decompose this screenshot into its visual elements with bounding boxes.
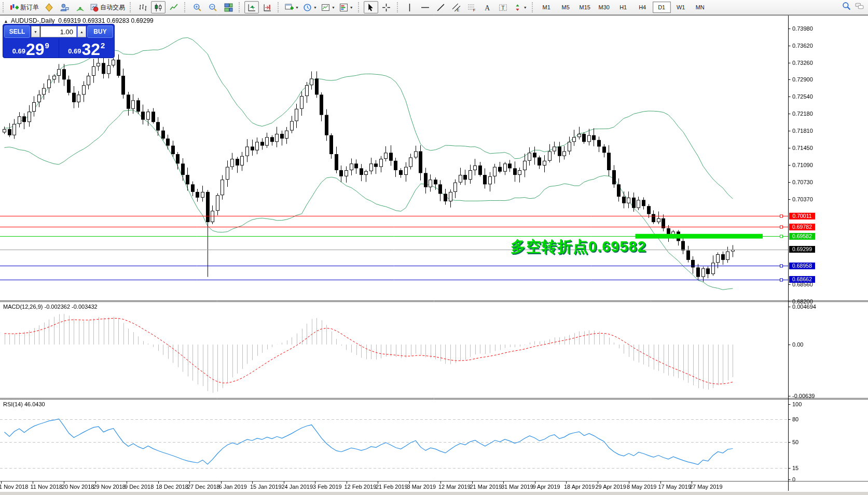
- zoom-out-button[interactable]: [205, 1, 220, 13]
- buy-price-sup: 2: [101, 41, 105, 50]
- search-icon[interactable]: [842, 2, 851, 10]
- symbol-ohlc: 0.69319 0.69331 0.69283 0.69299: [58, 17, 154, 24]
- price-tick-label: 0.71810: [792, 128, 813, 134]
- zoom-in-button[interactable]: [190, 1, 204, 13]
- date-tick-label: 9 Dec 2018: [125, 484, 154, 490]
- new-chart-button[interactable]: ▼: [283, 1, 300, 13]
- text-tool-button[interactable]: A: [480, 1, 495, 13]
- timeframe-button-w1[interactable]: W1: [672, 2, 690, 13]
- indicators-button[interactable]: ▼: [338, 1, 355, 13]
- crosshair-icon: [382, 3, 391, 12]
- date-tick-label: 21 Feb 2019: [376, 484, 408, 490]
- price-tick-label: 0.71450: [792, 145, 813, 151]
- hline-price-label: 0.68958: [789, 263, 815, 269]
- hline-icon: [421, 3, 430, 12]
- price-tick-label: 0.73980: [792, 25, 813, 32]
- date-tick-label: 11 Nov 2018: [31, 484, 63, 490]
- price-tick-label: 0.73620: [792, 43, 813, 49]
- collapse-triangle-icon[interactable]: ▲: [4, 19, 8, 24]
- arrows-tool-button[interactable]: ▼: [512, 1, 529, 13]
- chevron-down-icon[interactable]: ▼: [523, 6, 527, 9]
- chart-bars-icon: [139, 3, 147, 12]
- timeframe-button-h1[interactable]: H1: [614, 2, 632, 13]
- template-icon: [321, 3, 330, 12]
- timeframe-button-h4[interactable]: H4: [633, 2, 652, 13]
- templates-button[interactable]: ▼: [320, 1, 337, 13]
- zoom-in-icon: [193, 3, 202, 12]
- sell-price[interactable]: 0.69 29 9: [3, 39, 59, 58]
- sell-price-big: 29: [26, 42, 45, 57]
- fibonacci-tool-button[interactable]: F: [465, 1, 479, 13]
- cursor-button[interactable]: [364, 1, 378, 13]
- rsi-label: RSI(14) 46.0430: [3, 401, 45, 407]
- rsi-tick-label: 0: [792, 476, 795, 483]
- date-tick-label: 29 Nov 2018: [93, 484, 126, 490]
- date-tick-label: 12 Feb 2019: [345, 484, 377, 490]
- macd-tick-label: -0.00639: [792, 393, 815, 399]
- toolbar: 新订单自动交易▼▼▼▼EFAT▼M1M5M15M30H1H4D1W1MN: [0, 0, 868, 15]
- market-button[interactable]: [57, 1, 72, 13]
- hline-tool-button[interactable]: [418, 1, 433, 13]
- chevron-down-icon[interactable]: ▼: [332, 6, 335, 9]
- chart-candles-button[interactable]: [151, 1, 166, 13]
- timeframe-button-d1[interactable]: D1: [653, 2, 671, 13]
- price-tick-label: 0.73260: [792, 60, 813, 66]
- text-icon: A: [483, 3, 492, 12]
- svg-text:F: F: [473, 7, 476, 11]
- autotrading-button-label: 自动交易: [100, 3, 125, 12]
- chart-line-button[interactable]: [167, 1, 181, 13]
- volume-increase-button[interactable]: ▲: [77, 26, 86, 37]
- rsi-tick-label: 50: [792, 439, 798, 445]
- chevron-down-icon[interactable]: ▼: [295, 6, 299, 9]
- sell-button[interactable]: SELL: [4, 25, 30, 38]
- chart-shift-button[interactable]: [260, 1, 274, 13]
- date-tick-label: 18 Apr 2019: [564, 484, 595, 490]
- date-tick-label: 29 Apr 2019: [596, 484, 626, 490]
- crosshair-button[interactable]: [379, 1, 394, 13]
- channel-tool-button[interactable]: E: [449, 1, 464, 13]
- metaeditor-button[interactable]: [42, 1, 56, 13]
- toolbar-group-grip: [358, 2, 361, 12]
- chevron-down-icon[interactable]: ▼: [350, 6, 353, 9]
- buy-price[interactable]: 0.69 32 2: [59, 39, 115, 58]
- symbol-name: AUDUSD-,Daily: [11, 17, 55, 24]
- signals-button[interactable]: [73, 1, 87, 13]
- trendline-tool-button[interactable]: [434, 1, 448, 13]
- toolbar-group-grip: [397, 2, 400, 12]
- text-label-tool-button[interactable]: T: [496, 1, 511, 13]
- volume-decrease-button[interactable]: ▼: [31, 26, 40, 37]
- timeframe-button-mn[interactable]: MN: [691, 2, 709, 13]
- hline-price-label: 0.69582: [789, 233, 815, 240]
- timeframe-button-m30[interactable]: M30: [595, 2, 613, 13]
- timeframe-button-m5[interactable]: M5: [557, 2, 575, 13]
- timeframe-button-m15[interactable]: M15: [576, 2, 594, 13]
- vline-tool-button[interactable]: [403, 1, 417, 13]
- zoom-out-icon: [209, 3, 217, 12]
- chart-bars-button[interactable]: [135, 1, 150, 13]
- rsi-tick-label: 100: [792, 401, 802, 407]
- date-tick-label: 3 Mar 2019: [407, 484, 436, 490]
- price-tick-label: 0.71090: [792, 162, 813, 168]
- buy-button[interactable]: BUY: [87, 25, 113, 38]
- tile-windows-button[interactable]: [221, 1, 236, 13]
- toolbar-group-grip: [239, 2, 242, 12]
- chart-shift-icon: [263, 3, 272, 12]
- chevron-down-icon[interactable]: ▼: [313, 6, 317, 9]
- new-order-button[interactable]: 新订单: [8, 1, 40, 13]
- chat-icon[interactable]: [855, 2, 864, 10]
- chart-canvas[interactable]: [0, 0, 868, 495]
- toolbar-group-grip: [184, 2, 187, 12]
- volume-input[interactable]: [40, 26, 77, 37]
- macd-tick-label: 0.00: [792, 341, 803, 348]
- signals-icon: [76, 3, 85, 12]
- date-tick-label: 3 Feb 2019: [313, 484, 342, 490]
- timeframe-button-m1[interactable]: M1: [538, 2, 556, 13]
- auto-scroll-button[interactable]: [244, 1, 259, 13]
- date-tick-label: 27 Dec 2018: [187, 484, 219, 490]
- toolbar-group-grip: [278, 2, 281, 12]
- sell-price-base: 0.69: [12, 47, 25, 55]
- autotrading-button[interactable]: 自动交易: [88, 1, 127, 13]
- arrows-icon: [513, 3, 522, 12]
- macd-tick-label: 0.004694: [792, 304, 816, 310]
- periods-button[interactable]: ▼: [301, 1, 319, 13]
